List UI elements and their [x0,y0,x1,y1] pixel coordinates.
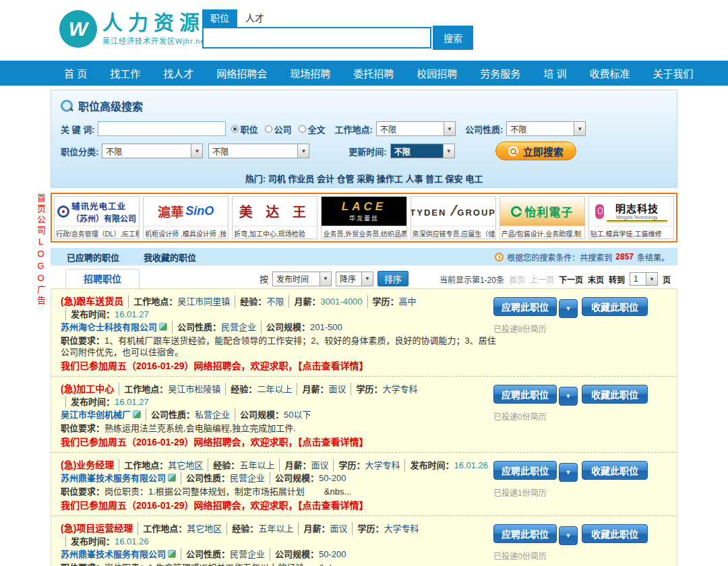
exp-label: 经验： [240,296,266,307]
scale-value: 50以下 [284,410,311,420]
job-title-link[interactable]: (急)跟车送货员 [61,296,123,307]
logo-subtitle: 吴江经济技术开发区Wjhr.net [102,35,208,46]
nav-item-onsite[interactable]: 现场招聘 [290,66,330,80]
updated-select[interactable]: 不限▼ [390,144,455,158]
pager-next[interactable]: 下一页 [559,274,583,285]
loc-value: 其它地区 [187,524,222,534]
date-value: 16.01.27 [115,397,149,407]
nature-label: 公司性质： [151,410,195,420]
site-logo[interactable]: W 人力资源 吴江经济技术开发区Wjhr.net [59,10,208,48]
company-badge-icon[interactable] [159,323,167,331]
nav-item-find-talent[interactable]: 找人才 [163,66,193,80]
ad-card-meidawang[interactable]: 美 达 王 折弯,加工中心,现场检验 [232,196,317,239]
nav-item-training[interactable]: 培 训 [543,66,566,80]
company-link[interactable]: 吴江市华创机械厂 [61,410,131,420]
header-search-input[interactable] [202,27,431,49]
logo-mark-icon: W [59,10,97,48]
fuxun-logo-icon [57,206,69,218]
pager-page-select[interactable]: 1▼ [630,272,658,286]
search-tab-position[interactable]: 职位 [202,9,237,27]
req-text: 1、有机械厂跟车送货经验，能配合领导的工作安排；2、较好的身体素质，良好的协调能… [61,336,496,357]
apply-button[interactable]: 应聘此职位 [493,524,557,543]
nav-item-find-job[interactable]: 找工作 [110,66,140,80]
ad-card-lace[interactable]: LACE 华龙蕾丝 业务员,外贸业务员,纺织品质 [321,196,406,239]
favorite-button[interactable]: 收藏此职位 [582,297,648,316]
favorite-button[interactable]: 收藏此职位 [582,524,648,543]
company-link[interactable]: 苏州海仑士科技有限公司 [61,322,157,332]
company-badge-icon[interactable] [168,550,176,558]
search-result-note: 根据您的搜索条件：共搜索到2857条结果。 [495,251,669,263]
nav-item-campus[interactable]: 校园招聘 [417,66,457,80]
keyword-input[interactable] [98,121,226,136]
nav-item-fees[interactable]: 收费标准 [589,66,630,80]
company-link[interactable]: 苏州鼎峯技术服务有限公司 [61,549,166,559]
edu-label: 学历： [338,460,365,470]
ad-card-yili[interactable]: 怡利電子 产品/包装设计,业务助理,制 [499,196,585,239]
category2-select[interactable]: 不限▼ [208,144,309,158]
ad-card-tyden[interactable]: TYDEN GROUP 资深供应链专员,应届生（储 [411,196,496,239]
job-title-link[interactable]: (急)项目运营经理 [61,523,133,534]
result-count: 2857 [615,252,634,261]
nav-item-about[interactable]: 关于我们 [653,66,693,80]
exp-label: 经验： [232,524,258,534]
ad-card-huhua-sino[interactable]: 滬華 SinO 机柜设计师 ,模具设计师 ,技 [143,196,229,239]
category2-select-value: 不限 [209,146,297,157]
chevron-down-icon: ▼ [443,144,454,158]
submit-search-button[interactable]: 立即搜索 [495,142,576,160]
apply-dropdown-button[interactable]: ▼ [559,463,578,482]
fair-notice-link[interactable]: 我们已参加周五（2016-01-29）网络招聘会，欢迎求职，【点击查看详情】 [61,436,499,449]
sort-field-select[interactable]: 发布时间▼ [272,272,332,286]
sort-order-select[interactable]: 降序▼ [336,272,373,286]
pager-last[interactable]: 末页 [588,274,604,285]
company-badge-icon[interactable] [133,410,141,418]
favorite-button[interactable]: 收藏此职位 [582,385,648,404]
apply-dropdown-button[interactable]: ▼ [559,387,578,406]
date-value: 16.01.26 [115,536,149,546]
loc-value: 吴江市同里镇 [177,296,230,307]
company-badge-icon[interactable] [168,474,176,482]
nav-item-home[interactable]: 首 页 [64,66,87,80]
favorite-button[interactable]: 收藏此职位 [582,461,648,480]
job-title-link[interactable]: (急)业务经理 [61,460,114,470]
header-search-button[interactable]: 搜索 [433,26,473,50]
nav-item-labor[interactable]: 劳务服务 [480,66,520,80]
radio-fulltext[interactable]: 全文 [299,123,326,135]
category1-select[interactable]: 不限▼ [102,144,203,158]
apply-button[interactable]: 应聘此职位 [493,297,557,316]
tab-job-list[interactable]: 招聘职位 [65,269,140,288]
edu-value: 大学专科 [382,384,417,394]
hot-keywords[interactable]: 热门: 司机 作业员 会计 仓管 采购 操作工 人事 普工 保安 电工 [61,166,667,185]
ad-brand-text: Mingzhi Technology [616,215,657,220]
pager-current: 当前显示第1-20条 [439,274,504,285]
apply-button[interactable]: 应聘此职位 [493,385,557,404]
applied-positions-link[interactable]: 已应聘的职位 [67,251,119,263]
job-title-link[interactable]: (急)加工中心 [61,383,114,394]
apply-button[interactable]: 应聘此职位 [493,461,557,480]
nature-select[interactable]: 不限▼ [506,121,586,136]
apply-dropdown-button[interactable]: ▼ [559,526,578,545]
pager: 当前显示第1-20条 首页 上一页 下一页 末页 转到 1▼ 页 [439,272,671,286]
location-select[interactable]: 不限▼ [376,121,456,136]
header: W 人力资源 吴江经济技术开发区Wjhr.net 职位 人才 搜索 [0,0,728,61]
fair-notice-link[interactable]: 我们已参加周五（2016-01-29）网络招聘会，欢迎求职，【点击查看详情】 [61,360,499,373]
ad-card-fuxun[interactable]: 辅讯光电工业 （苏州）有限公司 行政/总务管理（DL）,IE工程 [54,196,140,239]
company-link[interactable]: 苏州鼎峯技术服务有限公司 [61,473,166,483]
fair-notice-link[interactable]: 我们已参加周五（2016-01-29）网络招聘会，欢迎求职，【点击查看详情】 [61,499,499,512]
ad-brand-text: LACE [342,200,386,214]
homepage-logo-ads-label: 首页公司LOGO广告 [36,193,46,307]
radio-position[interactable]: 职位 [231,123,258,135]
radio-company[interactable]: 公司 [265,123,292,135]
sort-order-value: 降序 [336,273,361,284]
ad-card-mingzhi[interactable]: 明志科技 Mingzhi Technology 钻工,模具学徒,工装维修 [588,196,674,239]
nav-item-entrust[interactable]: 委托招聘 [353,66,394,80]
favorite-positions-link[interactable]: 我收藏的职位 [144,251,196,263]
chevron-down-icon: ▼ [320,272,331,286]
sort-button[interactable]: 排序 [377,271,408,286]
search-tab-talent[interactable]: 人才 [237,9,272,27]
apply-dropdown-button[interactable]: ▼ [559,299,578,318]
nav-item-online-fair[interactable]: 网络招聘会 [216,66,267,80]
edu-value: 大学专科 [365,460,400,470]
scale-label: 公司规模： [266,322,310,332]
exp-label: 经验： [213,460,239,470]
salary-label: 月薪： [294,296,320,307]
